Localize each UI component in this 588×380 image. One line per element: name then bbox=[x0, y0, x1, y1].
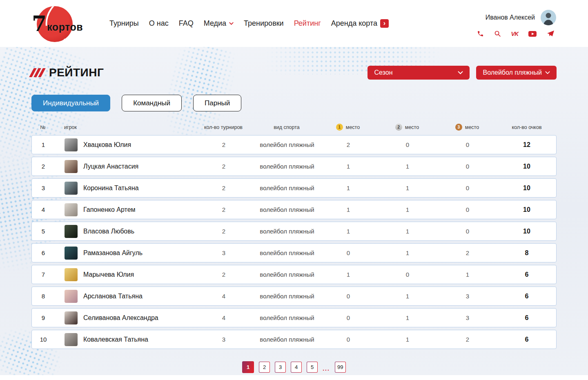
tab-Парный[interactable]: Парный bbox=[193, 95, 241, 111]
row-number: 5 bbox=[32, 228, 55, 235]
player-name: Луцкая Анастасия bbox=[83, 163, 138, 170]
season-dropdown-label: Сезон bbox=[374, 69, 392, 76]
chevron-down-icon bbox=[229, 22, 234, 25]
table-row[interactable]: 8 Арсланова Татьяна 4 волейбол пляжный 0… bbox=[31, 287, 557, 306]
table-row[interactable]: 5 Власова Любовь 2 волейбол пляжный 1 1 … bbox=[31, 222, 557, 241]
second-place-count: 1 bbox=[377, 293, 438, 300]
first-place-count: 1 bbox=[319, 271, 377, 278]
first-place-count: 0 bbox=[319, 249, 377, 256]
player-avatar bbox=[65, 203, 78, 216]
rating-page: РЕЙТИНГ Сезон Волейбол пляжный Индивидуа… bbox=[0, 66, 588, 373]
tournaments-count: 3 bbox=[193, 249, 255, 256]
row-number: 9 bbox=[32, 314, 55, 321]
nav-item-FAQ[interactable]: FAQ bbox=[179, 19, 194, 28]
pagination-page[interactable]: 99 bbox=[335, 362, 346, 373]
row-number: 6 bbox=[32, 249, 55, 256]
pagination-page[interactable]: 1 bbox=[242, 361, 254, 373]
player-avatar bbox=[65, 268, 78, 281]
player-avatar bbox=[65, 333, 78, 346]
table-row[interactable]: 10 Ковалевская Татьяна 3 волейбол пляжны… bbox=[31, 330, 557, 349]
season-dropdown[interactable]: Сезон bbox=[368, 66, 470, 80]
sport-dropdown[interactable]: Волейбол пляжный bbox=[476, 66, 557, 80]
arrow-right-icon: › bbox=[380, 19, 389, 28]
pagination-page[interactable]: 5 bbox=[307, 362, 318, 373]
third-place-count: 0 bbox=[438, 228, 497, 235]
pagination-page[interactable]: 3 bbox=[275, 362, 286, 373]
telegram-icon[interactable] bbox=[547, 30, 555, 37]
table-row[interactable]: 3 Коронина Татьяна 2 волейбол пляжный 1 … bbox=[31, 178, 557, 198]
tournaments-count: 3 bbox=[193, 336, 255, 343]
points-count: 10 bbox=[497, 206, 556, 213]
points-count: 10 bbox=[497, 228, 556, 235]
nav-item-Аренда корта[interactable]: Аренда корта › bbox=[331, 19, 389, 28]
pagination-page[interactable]: 4 bbox=[291, 362, 302, 373]
third-place-count: 2 bbox=[438, 249, 497, 256]
table-row[interactable]: 6 Рамазанова Айгуль 3 волейбол пляжный 0… bbox=[31, 243, 557, 262]
second-place-count: 0 bbox=[377, 271, 438, 278]
column-header-tournaments: кол-во турниров bbox=[192, 124, 254, 130]
player-name: Гапоненко Артем bbox=[83, 206, 136, 213]
player-avatar bbox=[65, 182, 78, 195]
logo-word: кортов bbox=[47, 21, 83, 33]
sport-type: волейбол пляжный bbox=[255, 228, 319, 235]
sport-type: волейбол пляжный bbox=[255, 163, 319, 170]
player-avatar bbox=[65, 311, 78, 324]
nav-item-Тренировки[interactable]: Тренировки bbox=[244, 19, 284, 28]
table-row[interactable]: 2 Луцкая Анастасия 2 волейбол пляжный 1 … bbox=[31, 157, 557, 176]
nav-item-Медиа[interactable]: Медиа bbox=[204, 19, 234, 28]
avatar[interactable] bbox=[541, 10, 556, 25]
sport-dropdown-label: Волейбол пляжный bbox=[483, 69, 542, 76]
youtube-icon[interactable] bbox=[528, 31, 537, 37]
user-menu[interactable]: Иванов Алексей bbox=[486, 10, 556, 25]
nav-item-Турниры[interactable]: Турниры bbox=[109, 19, 139, 28]
row-number: 1 bbox=[32, 141, 55, 148]
third-place-count: 0 bbox=[438, 184, 497, 191]
third-place-count: 0 bbox=[438, 206, 497, 213]
table-row[interactable]: 1 Хвацкова Юлия 2 волейбол пляжный 2 0 0… bbox=[31, 135, 557, 154]
gold-medal-icon: 1 bbox=[336, 124, 343, 131]
search-icon[interactable] bbox=[494, 30, 501, 37]
pagination-page[interactable]: 2 bbox=[259, 362, 270, 373]
nav-item-Рейтинг[interactable]: Рейтинг bbox=[294, 19, 321, 28]
player-avatar bbox=[65, 138, 78, 151]
player-name: Хвацкова Юлия bbox=[83, 141, 131, 149]
tab-Командный[interactable]: Командный bbox=[122, 95, 182, 111]
row-number: 3 bbox=[32, 184, 55, 191]
user-name: Иванов Алексей bbox=[486, 14, 535, 21]
sport-type: волейбол пляжный bbox=[255, 206, 319, 213]
player-avatar bbox=[65, 160, 78, 173]
first-place-count: 0 bbox=[319, 293, 377, 300]
player-name: Селиванова Александра bbox=[83, 314, 158, 322]
site-logo[interactable]: 7 кортов bbox=[32, 3, 84, 44]
column-header-second-place: 2 место bbox=[377, 124, 437, 131]
sport-type: волейбол пляжный bbox=[255, 314, 319, 321]
tab-Индивидуальный[interactable]: Индивидуальный bbox=[31, 95, 110, 111]
first-place-count: 1 bbox=[319, 228, 377, 235]
tournaments-count: 4 bbox=[193, 293, 255, 300]
tournaments-count: 2 bbox=[193, 141, 255, 148]
nav-item-О нас[interactable]: О нас bbox=[149, 19, 169, 28]
sport-type: волейбол пляжный bbox=[255, 271, 319, 278]
third-place-count: 1 bbox=[438, 271, 497, 278]
row-number: 2 bbox=[32, 163, 55, 170]
points-count: 10 bbox=[497, 163, 556, 170]
third-place-count: 3 bbox=[438, 293, 497, 300]
table-row[interactable]: 9 Селиванова Александра 4 волейбол пляжн… bbox=[31, 308, 557, 327]
points-count: 8 bbox=[497, 249, 556, 257]
table-row[interactable]: 7 Марычева Юлия 2 волейбол пляжный 1 0 1… bbox=[31, 265, 557, 284]
second-place-count: 1 bbox=[377, 184, 438, 191]
second-place-count: 1 bbox=[377, 206, 438, 213]
sport-type: волейбол пляжный bbox=[255, 141, 319, 148]
table-row[interactable]: 4 Гапоненко Артем 2 волейбол пляжный 1 1… bbox=[31, 200, 557, 219]
chevron-down-icon bbox=[458, 71, 463, 74]
player-avatar bbox=[65, 247, 78, 260]
footer-strip bbox=[0, 375, 588, 380]
table-header: № игрок кол-во турниров вид спорта 1 мес… bbox=[31, 124, 557, 131]
pagination: 1 2 3 4 5 ... 99 bbox=[31, 361, 557, 373]
vk-icon[interactable]: VK bbox=[511, 31, 518, 37]
points-count: 6 bbox=[497, 336, 556, 343]
sport-type: волейбол пляжный bbox=[255, 249, 319, 256]
rating-tabs: Индивидуальный Командный Парный bbox=[31, 95, 557, 111]
phone-icon[interactable] bbox=[477, 30, 484, 37]
second-place-count: 1 bbox=[377, 249, 438, 256]
